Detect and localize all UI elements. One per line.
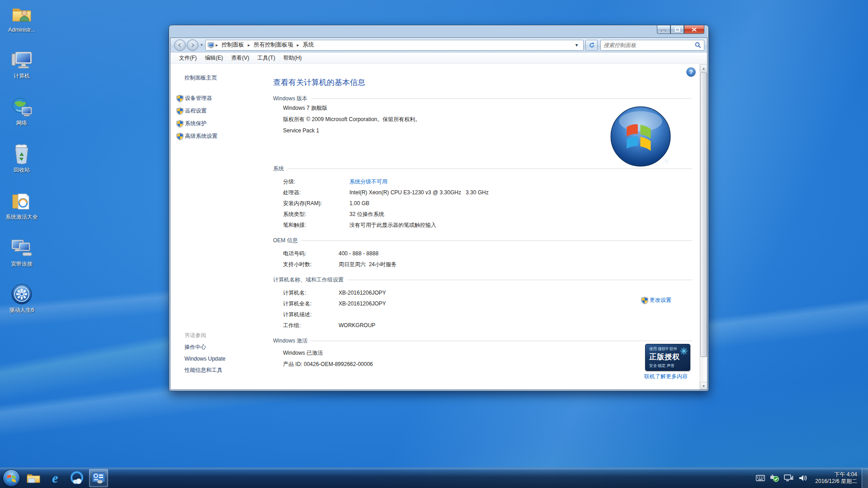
desktop-icon-drive-genius[interactable]: 驱动人生6 [1, 283, 42, 313]
network-globe-icon [10, 96, 33, 118]
processor-value: Intel(R) Xeon(R) CPU E3-1230 v3 @ 3.30GH… [349, 187, 489, 198]
broadband-connection-icon [10, 237, 33, 259]
folder-document-icon [10, 190, 33, 212]
system-tray: 下午 4:04 2016/12/6 星期二 [754, 468, 868, 488]
sidebar-item-system-protection[interactable]: 系统保护 [176, 120, 262, 127]
desktop-icon-computer[interactable]: 计算机 [1, 49, 42, 79]
desktop-icon-administrator[interactable]: Administr... [1, 3, 42, 33]
row-system-type: 系统类型: 32 位操作系统 [283, 209, 699, 220]
row-rating: 分级: 系统分级不可用 [283, 176, 699, 187]
menu-tools[interactable]: 工具(T) [253, 52, 279, 64]
change-settings-label: 更改设置 [650, 296, 671, 304]
learn-more-online-link[interactable]: 联机了解更多内容 [644, 373, 688, 380]
sidebar-item-label: 高级系统设置 [185, 132, 217, 140]
taskbar-ie-button[interactable]: e [46, 469, 65, 487]
volume-icon[interactable] [798, 474, 807, 482]
uac-shield-icon [176, 120, 184, 127]
breadcrumb-system[interactable]: 系统 [300, 41, 317, 49]
show-desktop-button[interactable] [862, 468, 868, 488]
desktop-icon-activation-folder[interactable]: 系统激活大全 [1, 190, 42, 220]
scroll-down-arrow[interactable]: ▼ [700, 382, 708, 389]
row-computer-description: 计算机描述: [283, 309, 699, 320]
recycle-bin-icon [10, 143, 33, 165]
desktop-icon-label: 宽带连接 [1, 261, 42, 267]
scrollbar-thumb[interactable] [700, 72, 707, 357]
back-button[interactable] [174, 39, 186, 51]
search-input[interactable] [604, 42, 695, 48]
sidebar-item-windows-update[interactable]: Windows Update [184, 356, 262, 362]
window-titlebar[interactable] [169, 25, 708, 38]
address-bar[interactable]: ▸ 控制面板 ▸ 所有控制面板项 ▸ 系统 ▼ [205, 40, 584, 51]
address-dropdown-icon[interactable]: ▼ [572, 43, 581, 47]
refresh-button[interactable] [585, 40, 598, 51]
product-id: 产品 ID: 00426-OEM-8992662-00006 [283, 359, 699, 370]
menu-file[interactable]: 文件(F) [175, 52, 201, 64]
safely-remove-hardware-icon[interactable] [769, 474, 779, 482]
desktop-icon-label: 网络 [1, 120, 42, 126]
close-button[interactable] [684, 25, 704, 34]
row-pen-touch: 笔和触摸: 没有可用于此显示器的笔或触控输入 [283, 220, 699, 230]
start-button[interactable] [1, 468, 21, 488]
navigation-bar: ▼ ▸ 控制面板 ▸ 所有控制面板项 ▸ 系统 ▼ [170, 38, 707, 52]
internet-explorer-icon: e [52, 470, 58, 486]
forward-button[interactable] [187, 39, 198, 51]
rating-unavailable-link[interactable]: 系统分级不可用 [349, 176, 387, 187]
search-icon[interactable] [695, 42, 701, 48]
sidebar-item-performance-tools[interactable]: 性能信息和工具 [184, 366, 262, 374]
section-windows-version: Windows 版本 [273, 95, 692, 103]
sidebar-item-control-panel-home[interactable]: 控制面板主页 [184, 74, 262, 82]
network-status-icon[interactable] [784, 474, 794, 482]
desktop-icon-network[interactable]: 网络 [1, 96, 42, 126]
gear-app-icon [10, 283, 33, 305]
workgroup-value: WORKGROUP [339, 320, 375, 331]
genuine-software-badge[interactable]: 使用 微软® 软件 正版授权 安全 稳定 声誉 ✳ [645, 344, 690, 371]
row-workgroup: 工作组: WORKGROUP [283, 320, 699, 331]
activation-status: Windows 已激活 [283, 347, 699, 359]
desktop-icon-broadband[interactable]: 宽带连接 [1, 237, 42, 267]
taskbar-explorer-button[interactable] [24, 469, 43, 487]
sidebar-item-advanced-settings[interactable]: 高级系统设置 [176, 132, 262, 140]
breadcrumb-all-items[interactable]: 所有控制面板项 [251, 41, 296, 49]
sidebar-item-device-manager[interactable]: 设备管理器 [176, 94, 262, 102]
taskbar-clock[interactable]: 下午 4:04 2016/12/6 星期二 [815, 471, 857, 485]
sidebar-item-remote-settings[interactable]: 远程设置 [176, 107, 262, 115]
sidebar-item-label: 设备管理器 [185, 94, 212, 102]
row-label: 笔和触摸: [283, 220, 349, 230]
computer-icon [10, 49, 33, 71]
language-keyboard-icon[interactable] [756, 475, 765, 481]
search-box[interactable] [600, 40, 704, 51]
clock-date: 2016/12/6 星期二 [815, 478, 857, 485]
vertical-scrollbar[interactable]: ▲ ▼ [699, 64, 707, 389]
change-settings-link[interactable]: 更改设置 [641, 296, 671, 304]
section-header-label: Windows 版本 [273, 95, 307, 103]
row-phone: 电话号码: 400 - 888 - 8888 [283, 248, 699, 259]
explorer-folder-icon [26, 472, 41, 484]
sidebar-item-action-center[interactable]: 操作中心 [184, 343, 262, 351]
maximize-button[interactable] [670, 25, 684, 34]
scroll-up-arrow[interactable]: ▲ [700, 64, 708, 72]
row-computer-name: 计算机名: XB-20161206JOPY [283, 287, 699, 298]
row-label: 计算机描述: [283, 309, 339, 320]
minimize-button[interactable] [657, 25, 670, 34]
see-also-header: 另请参阅 [184, 332, 262, 339]
row-label: 处理器: [283, 187, 349, 198]
row-label: 计算机全名: [283, 298, 339, 309]
desktop-icon-recycle-bin[interactable]: 回收站 [1, 143, 42, 173]
help-icon[interactable]: ? [686, 67, 696, 77]
menu-help[interactable]: 帮助(H) [279, 52, 306, 64]
breadcrumb-control-panel[interactable]: 控制面板 [219, 41, 247, 49]
taskbar-control-panel-task[interactable] [89, 469, 108, 487]
taskbar-browser-button[interactable] [67, 469, 86, 487]
page-title: 查看有关计算机的基本信息 [273, 77, 699, 88]
phone-value: 400 - 888 - 8888 [339, 248, 378, 259]
breadcrumb-chevron: ▸ [215, 42, 219, 47]
menu-edit[interactable]: 编辑(E) [201, 52, 227, 64]
recent-pages-dropdown[interactable]: ▼ [200, 43, 203, 47]
control-panel-icon [92, 472, 105, 484]
pen-touch-value: 没有可用于此显示器的笔或触控输入 [349, 220, 436, 230]
registered-mark: ® [665, 159, 669, 164]
section-computer-name: 计算机名称、域和工作组设置 [273, 276, 692, 284]
row-label: 系统类型: [283, 209, 349, 220]
sidebar-item-label: 远程设置 [185, 107, 207, 115]
menu-view[interactable]: 查看(V) [227, 52, 253, 64]
